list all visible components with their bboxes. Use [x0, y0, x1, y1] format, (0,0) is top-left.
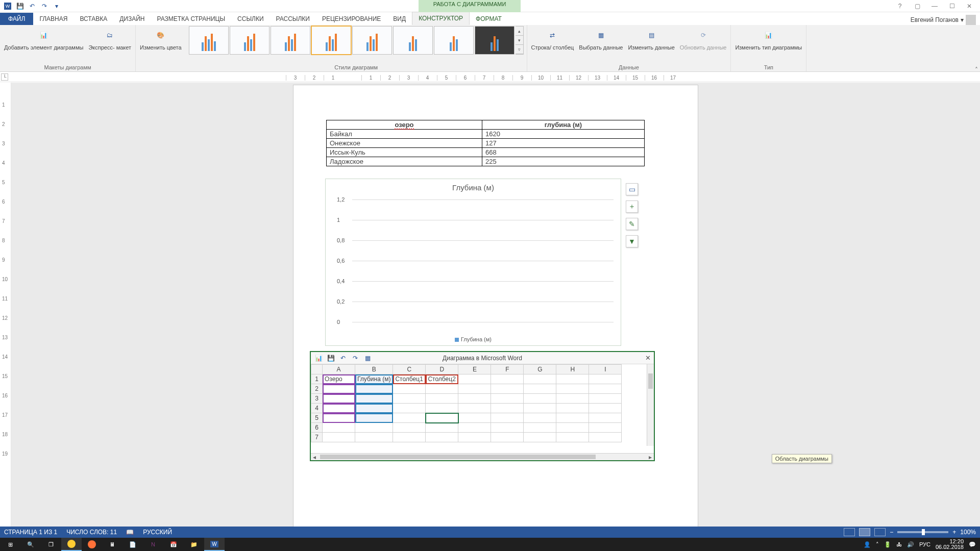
- switch-row-col-button[interactable]: ⇄ Строка/ столбец: [530, 26, 575, 52]
- cell[interactable]: [323, 413, 355, 423]
- status-language[interactable]: РУССКИЙ: [143, 529, 172, 536]
- cell[interactable]: [355, 394, 393, 404]
- undo-icon[interactable]: ↶: [338, 354, 348, 363]
- cell[interactable]: [323, 384, 355, 394]
- row-header[interactable]: 4: [311, 404, 323, 413]
- quick-layout-button[interactable]: 🗂 Экспресс- макет: [87, 26, 132, 52]
- cell[interactable]: [426, 423, 458, 433]
- zoom-level[interactable]: 100%: [960, 529, 976, 536]
- cell[interactable]: [524, 394, 556, 404]
- cell[interactable]: [458, 404, 491, 413]
- chart-style-7[interactable]: [434, 26, 474, 55]
- cell[interactable]: [323, 404, 355, 413]
- cell[interactable]: [323, 433, 355, 442]
- cell[interactable]: [589, 374, 622, 384]
- proofing-icon[interactable]: 📖: [126, 529, 134, 536]
- lake-depth-table[interactable]: озеро глубина (м) Байкал1620Онежское127И…: [326, 120, 645, 166]
- tab-home[interactable]: ГЛАВНАЯ: [33, 13, 74, 25]
- col-header[interactable]: G: [524, 365, 556, 374]
- col-header[interactable]: D: [426, 365, 458, 374]
- view-read-mode[interactable]: [844, 528, 855, 536]
- row-header[interactable]: 6: [311, 423, 323, 433]
- cell[interactable]: [491, 384, 524, 394]
- qat-customize-icon[interactable]: ▾: [51, 1, 62, 12]
- tab-mailings[interactable]: РАССЫЛКИ: [270, 13, 316, 25]
- chart-style-5[interactable]: [352, 26, 392, 55]
- chart-style-8[interactable]: [475, 26, 514, 55]
- cell[interactable]: [524, 423, 556, 433]
- cell[interactable]: [491, 394, 524, 404]
- cell[interactable]: [426, 433, 458, 442]
- taskbar-calendar[interactable]: 📅: [163, 538, 184, 551]
- chart-plot-area[interactable]: [352, 199, 614, 322]
- cell[interactable]: [556, 394, 589, 404]
- chart-styles-button[interactable]: ✎: [626, 218, 638, 230]
- cell[interactable]: [589, 404, 622, 413]
- cell[interactable]: [458, 394, 491, 404]
- taskbar-yandex[interactable]: [61, 538, 82, 551]
- tray-chevron-up-icon[interactable]: ˄: [876, 541, 879, 548]
- sheet-options-icon[interactable]: ▦: [363, 354, 372, 363]
- tab-design[interactable]: ДИЗАЙН: [113, 13, 151, 25]
- cell[interactable]: [426, 413, 458, 423]
- refresh-data-button[interactable]: ⟳ Обновить данные: [679, 26, 728, 52]
- cell[interactable]: [426, 394, 458, 404]
- zoom-in-button[interactable]: +: [952, 529, 956, 536]
- cell[interactable]: Столбец1: [393, 374, 426, 384]
- cell[interactable]: [458, 433, 491, 442]
- chart-style-1[interactable]: [189, 26, 229, 55]
- chart-style-more[interactable]: ▴▾▿: [516, 26, 524, 55]
- cell[interactable]: Глубина (м): [355, 374, 393, 384]
- ribbon-display-icon[interactable]: ▢: [910, 3, 925, 10]
- sheet-close-button[interactable]: ✕: [645, 354, 651, 362]
- cell[interactable]: [589, 384, 622, 394]
- tray-volume-icon[interactable]: 🔊: [907, 541, 914, 548]
- tab-selector[interactable]: └: [1, 73, 8, 81]
- cell[interactable]: [589, 413, 622, 423]
- cell[interactable]: [355, 384, 393, 394]
- cell[interactable]: [556, 433, 589, 442]
- maximize-icon[interactable]: ☐: [944, 3, 960, 10]
- table-row[interactable]: Онежское127: [327, 139, 645, 148]
- col-header[interactable]: F: [491, 365, 524, 374]
- sheet-grid[interactable]: ABCDEFGHI1ОзероГлубина (м)Столбец1Столбе…: [311, 364, 654, 453]
- tray-action-center-icon[interactable]: 💬: [969, 541, 976, 548]
- row-header[interactable]: 7: [311, 433, 323, 442]
- change-chart-type-button[interactable]: 📊 Изменить тип диаграммы: [734, 26, 803, 52]
- cell[interactable]: [355, 404, 393, 413]
- row-header[interactable]: 1: [311, 374, 323, 384]
- tab-insert[interactable]: ВСТАВКА: [74, 13, 113, 25]
- cell[interactable]: [458, 413, 491, 423]
- tray-people-icon[interactable]: 👤: [864, 541, 871, 548]
- cell[interactable]: [589, 423, 622, 433]
- cell[interactable]: [458, 374, 491, 384]
- view-web-layout[interactable]: [874, 528, 886, 536]
- cell[interactable]: [355, 433, 393, 442]
- chart-style-6[interactable]: [393, 26, 433, 55]
- cell[interactable]: [426, 404, 458, 413]
- cell[interactable]: [458, 384, 491, 394]
- chart-title[interactable]: Глубина (м): [326, 179, 621, 194]
- col-header[interactable]: I: [589, 365, 622, 374]
- chart-filters-button[interactable]: ▼: [626, 235, 638, 247]
- minimize-icon[interactable]: —: [927, 3, 942, 10]
- cell[interactable]: [556, 384, 589, 394]
- col-header[interactable]: C: [393, 365, 426, 374]
- cell[interactable]: [355, 423, 393, 433]
- cell[interactable]: [589, 394, 622, 404]
- task-view-button[interactable]: ❐: [41, 538, 61, 551]
- chart-icon[interactable]: 📊: [314, 354, 323, 363]
- tab-chart-design[interactable]: КОНСТРУКТОР: [412, 12, 470, 25]
- cell[interactable]: [491, 413, 524, 423]
- cell[interactable]: [323, 394, 355, 404]
- tray-network-icon[interactable]: 🖧: [896, 541, 902, 547]
- cell[interactable]: [458, 423, 491, 433]
- table-row[interactable]: Иссык-Куль668: [327, 148, 645, 157]
- page[interactable]: озеро глубина (м) Байкал1620Онежское127И…: [293, 85, 698, 532]
- add-chart-element-button[interactable]: 📊 Добавить элемент диаграммы: [3, 26, 84, 52]
- cell[interactable]: [393, 404, 426, 413]
- tray-battery-icon[interactable]: 🔋: [884, 541, 891, 548]
- redo-icon[interactable]: ↷: [351, 354, 360, 363]
- cell[interactable]: [491, 433, 524, 442]
- cell[interactable]: [524, 404, 556, 413]
